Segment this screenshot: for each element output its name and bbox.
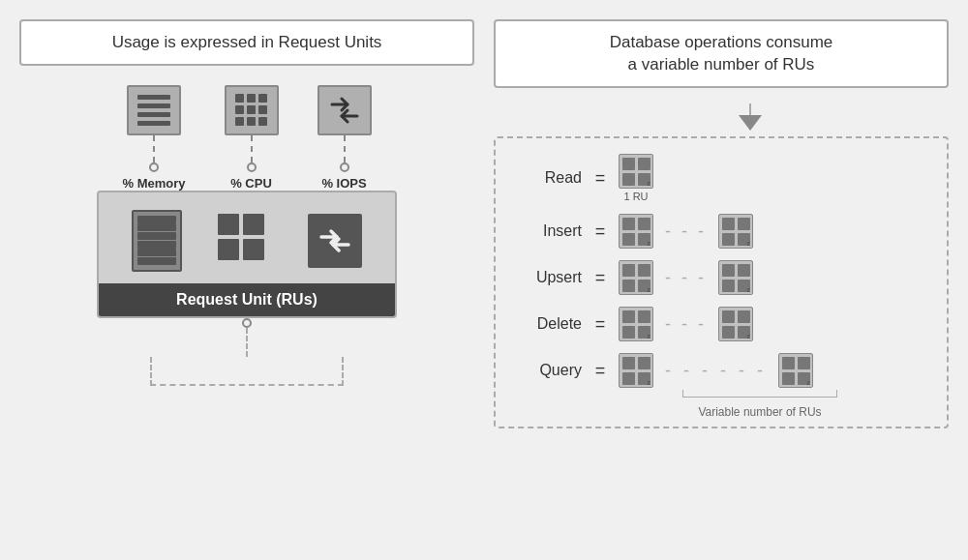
memory-icon: [137, 95, 170, 126]
upsert-ru-icon-1: z: [619, 260, 653, 295]
ru-inner: [99, 192, 395, 283]
arrow-lr-svg: [318, 227, 352, 254]
mem-line-4: [137, 121, 170, 126]
left-panel: Usage is expressed in Request Units % Me…: [19, 19, 474, 542]
iops-circle: [340, 162, 349, 172]
mem-line-1: [137, 95, 170, 100]
read-ru-icon: z: [619, 154, 653, 189]
op-label-upsert: Upsert: [519, 269, 582, 286]
cpu-icon: [235, 94, 267, 126]
op-row-delete: Delete = z - - - z: [519, 307, 923, 341]
mem-line-2: [137, 103, 170, 108]
arrow-top-dashed: [749, 103, 751, 115]
op-label-insert: Insert: [519, 222, 582, 240]
ru-bottom-dashed: [246, 328, 248, 357]
iops-arrows-svg: [326, 97, 363, 124]
server-icon: [132, 210, 182, 272]
op-equals-read: =: [593, 168, 607, 189]
one-ru-label: 1 RU: [623, 191, 648, 202]
ru-bottom-connector: [150, 318, 344, 386]
op-label-delete: Delete: [519, 315, 582, 333]
delete-ru-icon-1: z: [619, 307, 653, 341]
down-arrow: [739, 115, 762, 131]
read-arrow-col: [739, 103, 762, 133]
upsert-dashes: - - -: [665, 268, 707, 288]
iops-dashed-line: [344, 135, 346, 162]
op-query-wrapper: Query = z - - - - - -: [519, 353, 923, 419]
op-equals-query: =: [593, 361, 607, 381]
delete-ru-icon-2: z: [718, 307, 753, 341]
operations-container: Read = z 1 RU Inse: [494, 136, 949, 428]
memory-dashed-line: [153, 135, 155, 162]
op-equals-insert: =: [593, 221, 607, 242]
ru-bottom-circle: [242, 318, 252, 328]
iops-label: % IOPS: [321, 176, 366, 191]
query-bracket: [682, 390, 837, 398]
op-row-upsert: Upsert = z - - - z: [519, 260, 923, 295]
ru-block: Request Unit (RUs): [97, 191, 397, 318]
query-bracket-col: Variable number of RUs: [596, 390, 923, 419]
grid-icon: [218, 214, 272, 268]
arrow-icon: [308, 214, 362, 268]
iops-col: % IOPS: [318, 85, 372, 191]
cpu-dashed-line: [251, 135, 253, 162]
upsert-ru-icon-2: z: [718, 260, 753, 295]
op-row-read: Read = z 1 RU: [519, 154, 923, 202]
ops-outer: Read = z 1 RU Inse: [494, 103, 949, 428]
op-equals-upsert: =: [593, 268, 607, 288]
insert-ru-icon-2: z: [718, 214, 753, 249]
main-container: Usage is expressed in Request Units % Me…: [19, 19, 949, 542]
iops-icon: [326, 97, 363, 124]
delete-dashes: - - -: [665, 314, 707, 335]
op-equals-delete: =: [593, 314, 607, 335]
variable-label: Variable number of RUs: [698, 401, 821, 419]
ru-label: Request Unit (RUs): [99, 283, 395, 316]
query-ru-icon-2: z: [778, 353, 813, 388]
insert-ru-icon-1: z: [619, 214, 653, 249]
left-title: Usage is expressed in Request Units: [19, 19, 474, 66]
mem-line-3: [137, 112, 170, 117]
memory-icon-box: [127, 85, 181, 135]
op-row-insert: Insert = z - - - z: [519, 214, 923, 249]
op-label-read: Read: [519, 169, 582, 187]
memory-circle: [149, 162, 159, 172]
cpu-icon-box: [225, 85, 279, 135]
ru-dashed-box: [150, 357, 344, 386]
iops-icon-box: [318, 85, 372, 135]
right-panel: Database operations consumea variable nu…: [494, 19, 949, 542]
query-ru-icon-1: z: [619, 353, 653, 388]
query-dashes: - - - - - -: [665, 361, 767, 381]
op-row-query: Query = z - - - - - -: [519, 353, 923, 388]
read-icon-col: z 1 RU: [619, 154, 653, 202]
cpu-col: % CPU: [225, 85, 279, 191]
memory-label: % Memory: [122, 176, 185, 191]
memory-col: % Memory: [122, 85, 185, 191]
right-title-text: Database operations consumea variable nu…: [610, 33, 833, 74]
cpu-circle: [247, 162, 257, 172]
right-title: Database operations consumea variable nu…: [494, 19, 949, 89]
op-label-query: Query: [519, 362, 582, 379]
icons-row: % Memory: [122, 85, 371, 191]
cpu-label: % CPU: [230, 176, 272, 191]
insert-dashes: - - -: [665, 221, 707, 242]
